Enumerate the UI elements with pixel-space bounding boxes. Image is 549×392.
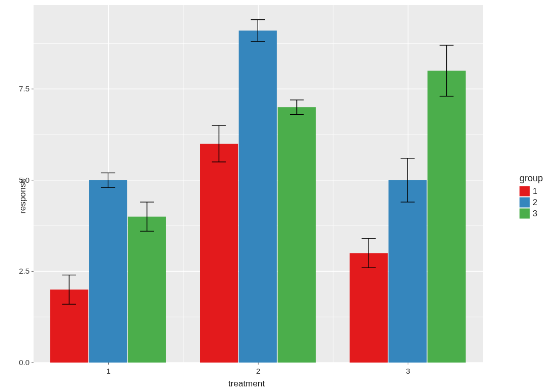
x-axis-title: treatment xyxy=(0,379,493,389)
legend-swatch xyxy=(520,209,530,219)
legend-item: 1 xyxy=(520,186,543,197)
bar xyxy=(350,253,388,363)
chart-container: 0.02.55.07.5123 group 123 response treat… xyxy=(0,0,549,392)
x-tick-label: 1 xyxy=(106,367,110,375)
legend-swatch xyxy=(520,186,530,197)
bar xyxy=(89,180,127,363)
bar xyxy=(428,71,466,363)
legend-item: 2 xyxy=(520,197,543,208)
bar xyxy=(239,30,277,363)
x-tick-label: 2 xyxy=(256,367,260,375)
bar xyxy=(128,217,166,363)
y-tick-label: 0.0 xyxy=(19,358,29,367)
legend-title: group xyxy=(520,173,543,184)
legend-swatch xyxy=(520,198,530,208)
bar xyxy=(200,144,238,363)
legend-item: 3 xyxy=(520,208,543,219)
y-tick-label: 7.5 xyxy=(19,84,29,93)
y-tick-label: 2.5 xyxy=(19,267,29,275)
bar xyxy=(388,180,426,363)
bar xyxy=(278,107,316,363)
x-tick-label: 3 xyxy=(406,367,410,375)
chart-svg: 0.02.55.07.5123 xyxy=(0,0,549,392)
legend-label: 2 xyxy=(533,197,537,208)
legend: group 123 xyxy=(520,173,543,219)
y-axis-title: response xyxy=(18,178,28,214)
legend-label: 1 xyxy=(533,186,537,197)
legend-label: 3 xyxy=(533,208,537,219)
